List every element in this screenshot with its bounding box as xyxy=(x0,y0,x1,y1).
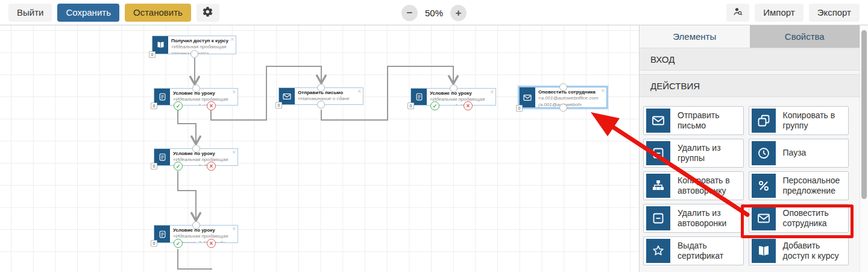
node-send-letter[interactable]: Отправить письмо «Напоминание о сдаче от… xyxy=(278,87,363,105)
node-text: Оповестить сотрудника «a.001@autoweboffi… xyxy=(535,87,606,107)
automation-editor: Выйти Сохранить Остановить − 50% + Импор… xyxy=(0,0,868,272)
clock-icon xyxy=(752,141,776,165)
settings-button[interactable] xyxy=(197,4,219,22)
gear-icon xyxy=(202,6,213,19)
action-label: Персональное предложение xyxy=(778,176,849,197)
input-port[interactable] xyxy=(559,83,567,91)
close-icon[interactable]: × xyxy=(232,89,236,96)
scrollbar-thumb[interactable] xyxy=(861,30,867,199)
action-issue-certificate[interactable]: Выдать сертификат xyxy=(643,236,744,265)
node-notify-employee[interactable]: Оповестить сотрудника «a.001@autoweboffi… xyxy=(518,86,608,109)
action-label: Удалить из автоворонки xyxy=(673,208,743,229)
panel-tabs: Элементы Свойства xyxy=(640,25,860,48)
tab-elements[interactable]: Элементы xyxy=(640,25,750,48)
top-toolbar: Выйти Сохранить Остановить − 50% + Импор… xyxy=(0,0,868,25)
node-subtitle: «a.001@autoweboffice.com (a.001@autowebo… xyxy=(538,95,598,107)
no-port[interactable]: × xyxy=(464,101,473,110)
section-input[interactable]: ВХОД xyxy=(640,48,860,71)
envelope-icon xyxy=(752,206,776,230)
input-port[interactable] xyxy=(450,84,458,92)
no-port[interactable]: × xyxy=(207,162,216,171)
action-pause[interactable]: Пауза xyxy=(749,139,849,168)
input-port[interactable] xyxy=(192,84,200,92)
action-notify-employee[interactable]: Оповестить сотрудника xyxy=(749,204,849,233)
action-remove-from-group[interactable]: Удалить из группы xyxy=(643,139,744,168)
close-icon[interactable]: × xyxy=(230,36,234,43)
import-button[interactable]: Импорт xyxy=(755,4,803,22)
counter-badge: 0 xyxy=(151,240,157,247)
yes-port[interactable]: ✓ xyxy=(174,101,183,110)
output-port[interactable] xyxy=(190,50,198,58)
input-port[interactable] xyxy=(192,145,200,153)
node-lesson-condition-3[interactable]: Условие по уроку «Идеальная продающая ст… xyxy=(154,225,238,243)
counter-badge: 0 xyxy=(516,105,523,112)
no-port[interactable]: × xyxy=(207,101,216,110)
action-label: Удалить из группы xyxy=(673,143,743,164)
output-port[interactable] xyxy=(317,101,325,109)
input-port[interactable] xyxy=(317,84,325,92)
action-label: Копировать в автоворонку xyxy=(673,176,743,197)
node-lesson-condition-1[interactable]: Условие по уроку «Идеальная продающая ст… xyxy=(154,88,238,106)
counter-badge: 0 xyxy=(151,103,157,109)
actions-grid: Отправить письмо Копировать в группу Уда… xyxy=(640,97,860,268)
close-icon[interactable]: × xyxy=(601,87,605,95)
action-add-course-access[interactable]: Добавить доступ к курсу xyxy=(749,236,849,265)
node-text: Отправить письмо «Напоминание о сдаче от… xyxy=(295,88,363,104)
copy-icon xyxy=(752,109,776,133)
yes-port[interactable]: ✓ xyxy=(174,162,183,171)
user-search-button[interactable] xyxy=(726,4,749,22)
action-label: Копировать в группу xyxy=(778,110,849,131)
stop-button[interactable]: Остановить xyxy=(125,4,191,22)
output-port[interactable] xyxy=(559,104,567,112)
star-icon xyxy=(646,239,670,263)
action-label: Пауза xyxy=(778,148,809,159)
counter-badge: 0 xyxy=(275,102,282,109)
zoom-out-button[interactable]: − xyxy=(401,5,418,21)
percent-icon xyxy=(752,174,776,198)
counter-badge: 0 xyxy=(407,103,414,109)
action-send-letter[interactable]: Отправить письмо xyxy=(643,106,744,135)
panel-scrollbar[interactable] xyxy=(860,25,868,272)
action-remove-from-funnel[interactable]: Удалить из автоворонки xyxy=(643,204,744,233)
zoom-controls: − 50% + xyxy=(401,0,467,25)
action-label: Отправить письмо xyxy=(673,110,743,131)
export-button[interactable]: Экспорт xyxy=(809,4,860,22)
node-course-access[interactable]: Получил доступ к курсу «Идеальная продаю… xyxy=(152,36,236,54)
elements-panel: Элементы Свойства ВХОД ДЕЙСТВИЯ Отправит… xyxy=(639,25,868,272)
toolbar-left-group: Выйти Сохранить Остановить xyxy=(8,4,219,22)
action-label: Оповестить сотрудника xyxy=(778,208,849,229)
action-copy-to-funnel[interactable]: Копировать в автоворонку xyxy=(643,171,744,200)
node-title: Оповестить сотрудника xyxy=(538,89,596,95)
section-actions[interactable]: ДЕЙСТВИЯ xyxy=(640,74,860,97)
user-search-icon xyxy=(732,6,743,19)
no-port[interactable]: × xyxy=(207,239,216,248)
counter-badge: 0 xyxy=(151,163,157,169)
zoom-level: 50% xyxy=(425,8,443,18)
toolbar-right-group: Импорт Экспорт xyxy=(726,4,860,22)
action-label: Добавить доступ к курсу xyxy=(778,241,849,262)
action-label: Выдать сертификат xyxy=(673,241,743,262)
close-icon[interactable]: × xyxy=(232,149,236,156)
sitemap-icon xyxy=(646,174,670,198)
yes-port[interactable]: ✓ xyxy=(174,239,183,248)
panel-content: Элементы Свойства ВХОД ДЕЙСТВИЯ Отправит… xyxy=(640,25,860,268)
close-icon[interactable]: × xyxy=(232,226,236,233)
action-personal-offer[interactable]: Персональное предложение xyxy=(749,171,849,200)
action-copy-to-group[interactable]: Копировать в группу xyxy=(749,106,849,135)
yes-port[interactable]: ✓ xyxy=(430,101,439,110)
counter-badge: 0 xyxy=(149,51,156,58)
workflow-canvas[interactable]: Получил доступ к курсу «Идеальная продаю… xyxy=(0,25,639,272)
input-port[interactable] xyxy=(192,221,200,229)
connection-wires xyxy=(0,25,639,272)
remove-square-icon xyxy=(646,206,670,230)
zoom-in-button[interactable]: + xyxy=(450,5,467,21)
node-lesson-condition-right[interactable]: Условие по уроку «Идеальная продающая ст… xyxy=(410,88,496,106)
close-icon[interactable]: × xyxy=(357,88,361,95)
node-subtitle: «Идеальная продающая страница, курс» xyxy=(171,44,226,54)
node-lesson-condition-2[interactable]: Условие по уроку «Идеальная продающая ст… xyxy=(154,148,238,166)
close-icon[interactable]: × xyxy=(490,89,494,96)
envelope-icon xyxy=(646,109,670,133)
tab-properties[interactable]: Свойства xyxy=(750,25,860,48)
exit-button[interactable]: Выйти xyxy=(8,4,52,22)
save-button[interactable]: Сохранить xyxy=(57,4,119,22)
